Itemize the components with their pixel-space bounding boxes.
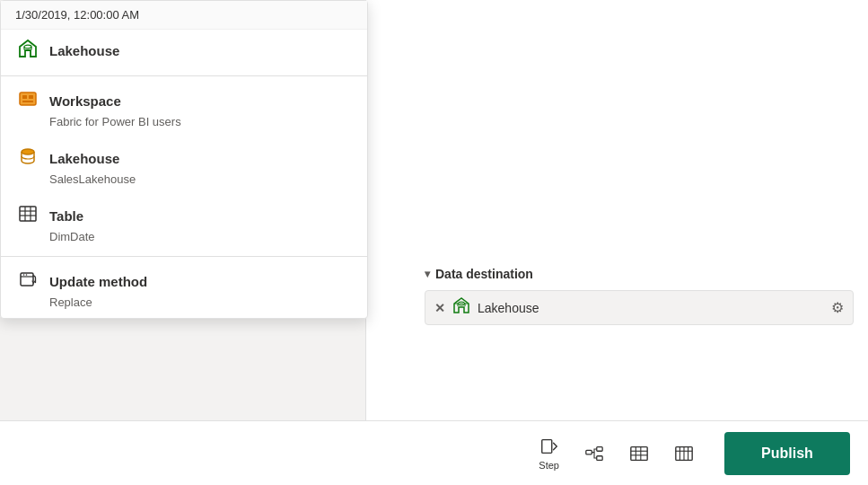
tooltip-partial-row: 1/30/2019, 12:00:00 AM xyxy=(1,1,367,30)
tooltip-row-lakehouse-item: Lakehouse SalesLakehouse xyxy=(1,137,367,195)
lakehouse-icon xyxy=(15,39,40,63)
lakehouse-dest-icon xyxy=(452,296,470,319)
data-destination-row: ✕ Lakehouse ⚙ xyxy=(425,290,854,325)
lakehouse-db-icon xyxy=(15,146,40,171)
chevron-down-icon: ▾ xyxy=(425,268,430,280)
step-label: Step xyxy=(539,460,559,471)
svg-rect-16 xyxy=(586,450,592,454)
publish-button[interactable]: Publish xyxy=(724,432,850,475)
table-title: Table xyxy=(49,208,83,224)
svg-rect-3 xyxy=(22,95,27,99)
lakehouse-destination-label: Lakehouse xyxy=(478,301,824,315)
data-destination-section: ▾ Data destination ✕ Lakehouse ⚙ xyxy=(410,256,868,336)
tooltip-row-lakehouse-header: Lakehouse xyxy=(1,30,367,72)
svg-rect-4 xyxy=(29,95,33,99)
svg-point-14 xyxy=(26,274,28,276)
data-destination-header: ▾ Data destination xyxy=(425,267,854,281)
close-destination-button[interactable]: ✕ xyxy=(434,301,445,315)
right-panel: ▾ Data destination ✕ Lakehouse ⚙ xyxy=(365,0,868,485)
svg-point-1 xyxy=(24,45,31,48)
tooltip-card: 1/30/2019, 12:00:00 AM Lakehouse xyxy=(0,0,368,319)
schema-button[interactable] xyxy=(575,438,613,469)
lakehouse-item-subtitle: SalesLakehouse xyxy=(15,172,353,186)
step-button[interactable]: Step xyxy=(530,431,568,476)
table-view-button[interactable] xyxy=(620,438,658,469)
data-destination-label: Data destination xyxy=(435,267,533,281)
table-subtitle: DimDate xyxy=(15,230,353,243)
svg-rect-7 xyxy=(20,207,36,221)
lakehouse-item-title: Lakehouse xyxy=(49,151,119,166)
svg-rect-18 xyxy=(597,455,602,460)
bottom-toolbar: Step Publish xyxy=(0,420,868,485)
svg-point-13 xyxy=(23,274,25,276)
column-view-button[interactable] xyxy=(665,438,703,469)
workspace-icon xyxy=(15,89,40,113)
tooltip-row-table: Table DimDate xyxy=(1,195,367,252)
svg-rect-19 xyxy=(631,446,647,460)
update-method-icon xyxy=(15,269,40,294)
settings-button[interactable]: ⚙ xyxy=(831,299,844,316)
svg-point-6 xyxy=(22,149,34,154)
update-method-title: Update method xyxy=(49,274,147,289)
tooltip-row-update-method: Update method Replace xyxy=(1,260,367,318)
svg-rect-5 xyxy=(22,101,33,102)
partial-date-text: 1/30/2019, 12:00:00 AM xyxy=(15,8,139,22)
divider-2 xyxy=(1,256,367,257)
workspace-subtitle: Fabric for Power BI users xyxy=(15,115,353,128)
svg-rect-15 xyxy=(541,439,551,453)
tooltip-row-workspace: Workspace Fabric for Power BI users xyxy=(1,80,367,137)
divider-1 xyxy=(1,75,367,76)
workspace-title: Workspace xyxy=(49,93,121,109)
table-icon xyxy=(15,204,40,228)
svg-rect-2 xyxy=(20,93,36,105)
update-method-subtitle: Replace xyxy=(15,295,353,309)
svg-rect-17 xyxy=(597,446,602,451)
lakehouse-header-title: Lakehouse xyxy=(49,43,119,58)
